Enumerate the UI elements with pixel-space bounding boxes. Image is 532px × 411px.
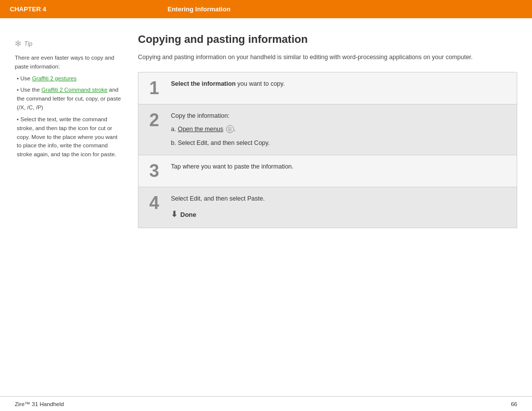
tip-intro: There are even faster ways to copy and p… [15,54,123,71]
content-area: ✻ Tip There are even faster ways to copy… [0,18,532,396]
tip-header: ✻ Tip [15,38,123,50]
footer-left: Zire™ 31 Handheld [15,401,64,407]
step-row-1: 1 Select the information you want to cop… [138,72,517,104]
step-row-2: 2 Copy the information: a. Open the menu… [138,104,517,155]
main-doc: Copying and pasting information Copying … [138,33,517,386]
step2-sub-a: a. Open the menus ☰. [171,125,509,134]
done-row: ⬇ Done [171,208,509,221]
doc-title: Copying and pasting information [138,33,517,46]
header-chapter: CHAPTER 4 [0,0,158,18]
footer-page-number: 66 [511,401,517,407]
header: CHAPTER 4 Entering Information [0,0,532,18]
graffiti2-command-link[interactable]: Graffiti 2 Command stroke [41,87,107,93]
step-number-4: 4 [138,187,168,228]
step1-bold: Select the information [171,80,235,87]
step1-rest: you want to copy. [235,80,285,87]
menu-icon: ☰ [226,125,234,133]
step-content-4: Select Edit, and then select Paste. ⬇ Do… [168,187,517,228]
step-number-1: 1 [138,72,168,104]
step2-sub-b: b. Select Edit, and then select Copy. [171,138,509,148]
header-title: Entering Information [158,0,532,18]
tip-label: Tip [24,39,33,48]
footer: Zire™ 31 Handheld 66 [0,396,532,411]
doc-intro: Copying and pasting information on your … [138,53,517,62]
step-content-2: Copy the information: a. Open the menus … [168,104,517,155]
done-label: Done [180,210,197,220]
step-content-3: Tap where you want to paste the informat… [168,155,517,187]
step-row-4: 4 Select Edit, and then select Paste. ⬇ … [138,187,517,228]
open-menus-link[interactable]: Open the menus [178,126,223,133]
step2-line1: Copy the information: [171,111,509,121]
tip-bullet2: • Use the Graffiti 2 Command stroke and … [17,86,123,112]
step-number-2: 2 [138,104,168,155]
steps-table: 1 Select the information you want to cop… [138,72,517,228]
graffiti2-gestures-link[interactable]: Graffiti 2 gestures [32,75,77,81]
tip-bullet1: • Use Graffiti 2 gestures [17,74,123,83]
step4-line1: Select Edit, and then select Paste. [171,194,509,204]
step-row-3: 3 Tap where you want to paste the inform… [138,155,517,187]
done-arrow-icon: ⬇ [171,208,177,221]
tip-asterisk-icon: ✻ [15,38,21,50]
step-number-3: 3 [138,155,168,187]
tip-body: There are even faster ways to copy and p… [15,54,123,159]
step-content-1: Select the information you want to copy. [168,72,517,104]
tip-bullet3: • Select the text, write the command str… [17,115,123,159]
sidebar: ✻ Tip There are even faster ways to copy… [15,33,123,386]
